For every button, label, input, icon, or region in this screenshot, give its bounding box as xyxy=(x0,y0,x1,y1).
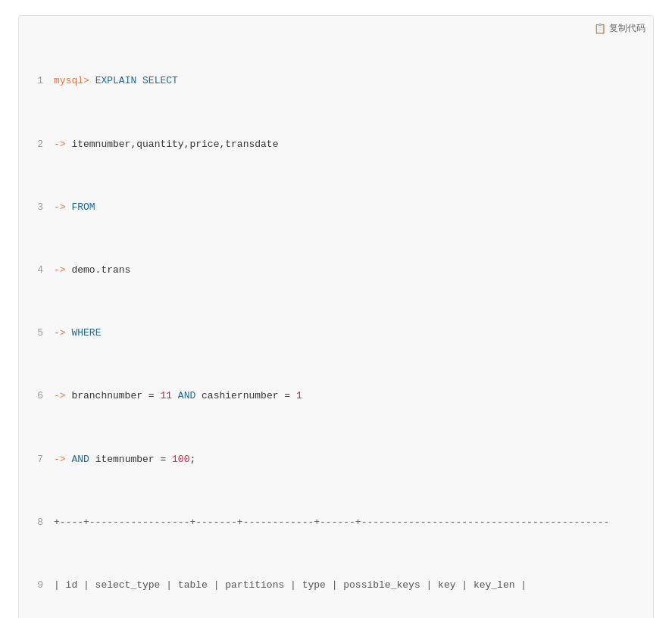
code-line-7: 7 -> AND itemnumber = 100; xyxy=(27,452,641,468)
code-line-8: 8 +----+-----------------+-------+------… xyxy=(27,515,641,531)
code-block-container: 📋 复制代码 1 mysql> EXPLAIN SELECT 2 -> item… xyxy=(18,15,654,618)
code-line-6: 6 -> branchnumber = 11 AND cashiernumber… xyxy=(27,389,641,404)
code-line-4: 4 -> demo.trans xyxy=(27,263,641,279)
code-line-9: 9 | id | select_type | table | partition… xyxy=(27,578,641,594)
copy-button[interactable]: 📋 复制代码 xyxy=(594,22,645,35)
code-line-2: 2 -> itemnumber,quantity,price,transdate xyxy=(27,137,641,153)
code-line-5: 5 -> WHERE xyxy=(27,326,641,342)
code-line-3: 3 -> FROM xyxy=(27,200,641,216)
code-line-1: 1 mysql> EXPLAIN SELECT xyxy=(27,73,641,89)
copy-icon: 📋 xyxy=(594,23,606,34)
copy-label: 复制代码 xyxy=(609,22,645,35)
code-content: 1 mysql> EXPLAIN SELECT 2 -> itemnumber,… xyxy=(19,16,653,618)
